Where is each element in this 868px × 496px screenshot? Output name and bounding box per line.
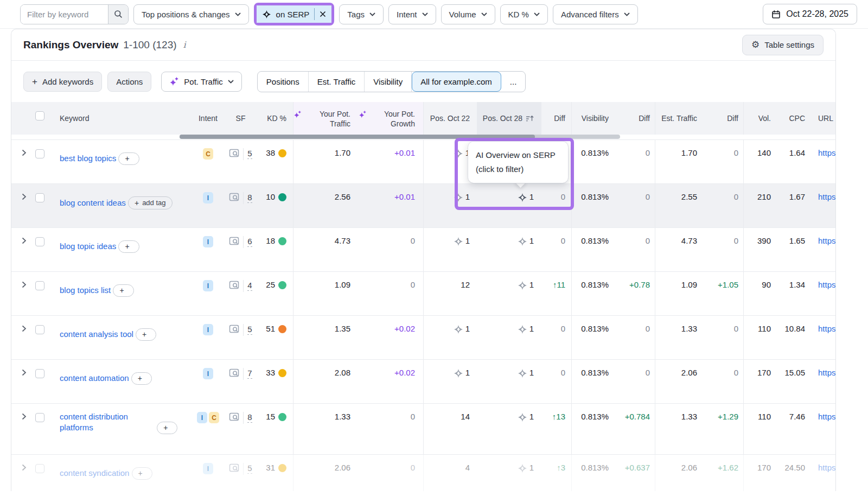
kd-value: 31 (266, 463, 275, 472)
kd-difficulty-dot (278, 325, 286, 333)
close-icon[interactable] (320, 11, 326, 17)
horizontal-scrollbar-track[interactable] (180, 135, 620, 139)
est-traffic-cell: 1.33 (655, 316, 702, 359)
url-link[interactable]: https://w (818, 463, 835, 472)
ai-overview-icon (518, 368, 527, 378)
pos-diff-value: ↑3 (557, 463, 565, 472)
tab-more[interactable]: ... (501, 72, 526, 92)
col-header-pos-oct-22[interactable]: Pos. Oct 22 (424, 102, 477, 135)
row-checkbox[interactable] (35, 369, 44, 378)
tab-est-traffic[interactable]: Est. Traffic (309, 72, 365, 92)
url-link[interactable]: https://w (818, 368, 835, 377)
add-tag-button[interactable]: +add tag (128, 196, 173, 209)
keyword-link[interactable]: content distribution platforms (60, 411, 155, 433)
select-all-checkbox[interactable] (35, 111, 44, 120)
keyword-link[interactable]: blog topic ideas (60, 241, 116, 252)
expand-button[interactable] (21, 193, 35, 200)
add-tag-button[interactable]: + (157, 422, 177, 434)
col-header-keyword[interactable]: Keyword (52, 102, 193, 135)
serp-features-count[interactable]: 8 (247, 192, 252, 203)
serp-features-count[interactable]: 5 (247, 324, 252, 335)
col-header-est-traffic[interactable]: Est. Traffic (655, 102, 702, 135)
col-header-visibility[interactable]: Visibility (572, 102, 614, 135)
url-link[interactable]: https://w (818, 324, 835, 333)
add-tag-button[interactable]: + (118, 152, 139, 165)
row-checkbox[interactable] (35, 325, 44, 334)
search-button[interactable] (108, 5, 128, 24)
ai-overview-tooltip: AI Overview on SERP (click to filter) (468, 142, 568, 183)
tab-all-for-example[interactable]: All for example.com (412, 72, 501, 92)
expand-cell (21, 404, 35, 454)
add-tag-button[interactable]: + (113, 284, 133, 297)
keyword-filter-input[interactable] (21, 5, 108, 24)
keyword-link[interactable]: content analysis tool (60, 329, 133, 340)
date-range-picker[interactable]: Oct 22-28, 2025 (763, 4, 857, 24)
col-header-pot-traffic[interactable]: Your Pot. Traffic (293, 102, 359, 135)
keyword-link[interactable]: blog content ideas (60, 198, 126, 208)
keyword-link[interactable]: blog topics list (60, 285, 111, 296)
url-link[interactable]: https://w (818, 280, 835, 289)
col-header-kd[interactable]: KD % (258, 102, 293, 135)
add-tag-button[interactable]: + (131, 372, 152, 385)
serp-features-count[interactable]: 5 (247, 463, 252, 474)
intent-dropdown[interactable]: Intent (388, 4, 436, 24)
expand-button[interactable] (21, 413, 35, 420)
row-checkbox[interactable] (35, 149, 44, 158)
row-checkbox[interactable] (35, 413, 44, 422)
info-icon[interactable]: i (183, 40, 186, 50)
col-header-volume[interactable]: Vol. (744, 102, 775, 135)
tab-positions[interactable]: Positions (258, 72, 309, 92)
serp-features-count[interactable]: 4 (247, 280, 252, 291)
serp-features-icon (229, 192, 239, 202)
horizontal-scrollbar-thumb[interactable] (180, 135, 535, 139)
table-header: Keyword Intent SF KD % Your Pot. Traffic… (11, 102, 835, 135)
serp-features-count[interactable]: 7 (247, 368, 252, 379)
advanced-filters-dropdown[interactable]: Advanced filters (553, 4, 638, 24)
table-settings-button[interactable]: ⚙ Table settings (742, 35, 824, 55)
col-header-sf[interactable]: SF (223, 102, 258, 135)
add-tag-button[interactable]: + (118, 240, 139, 253)
actions-button[interactable]: Actions (107, 72, 151, 92)
expand-button[interactable] (21, 237, 35, 244)
url-link[interactable]: https://w (818, 192, 835, 201)
row-checkbox[interactable] (35, 281, 44, 290)
serp-features-count[interactable]: 5 (247, 148, 252, 159)
expand-button[interactable] (21, 149, 35, 156)
tab-visibility[interactable]: Visibility (365, 72, 412, 92)
expand-button[interactable] (21, 325, 35, 332)
kd-dropdown[interactable]: KD % (500, 4, 548, 24)
add-tag-button[interactable]: + (136, 328, 156, 341)
col-header-diff-pos[interactable]: Diff (541, 102, 572, 135)
col-header-url[interactable]: URL (807, 102, 835, 135)
serp-features-count[interactable]: 6 (247, 236, 252, 247)
expand-button[interactable] (21, 464, 35, 471)
on-serp-filter-chip[interactable]: on SERP (257, 5, 332, 23)
pot-traffic-dropdown[interactable]: Pot. Traffic (161, 72, 241, 92)
expand-button[interactable] (21, 281, 35, 288)
col-header-diff-visibility[interactable]: Diff (614, 102, 655, 135)
keyword-link[interactable]: content syndication (60, 468, 129, 479)
keyword-link[interactable]: content automation (60, 373, 129, 384)
top-positions-dropdown[interactable]: Top positions & changes (133, 4, 249, 24)
row-checkbox[interactable] (35, 237, 44, 246)
visibility-value: 0.813% (581, 463, 609, 472)
col-header-pos-oct-28[interactable]: Pos. Oct 28 (477, 102, 541, 135)
col-header-pot-growth[interactable]: Your Pot. Growth (359, 102, 424, 135)
expand-button[interactable] (21, 369, 35, 376)
keyword-link[interactable]: best blog topics (60, 153, 116, 164)
col-header-diff-est-traffic[interactable]: Diff (702, 102, 744, 135)
est-traffic-value: 2.55 (681, 192, 697, 201)
url-link[interactable]: https://w (818, 236, 835, 245)
tags-dropdown[interactable]: Tags (339, 4, 384, 24)
add-tag-button[interactable]: + (132, 467, 152, 480)
url-link[interactable]: https://w (818, 412, 835, 421)
row-checkbox[interactable] (35, 193, 44, 202)
col-header-cpc[interactable]: CPC (775, 102, 807, 135)
row-checkbox[interactable] (35, 464, 44, 473)
add-keywords-button[interactable]: + Add keywords (23, 72, 102, 92)
cell-divider (243, 280, 244, 292)
col-header-intent[interactable]: Intent (193, 102, 223, 135)
serp-features-count[interactable]: 8 (247, 412, 252, 423)
volume-dropdown[interactable]: Volume (441, 4, 495, 24)
url-link[interactable]: https://w (818, 148, 835, 157)
